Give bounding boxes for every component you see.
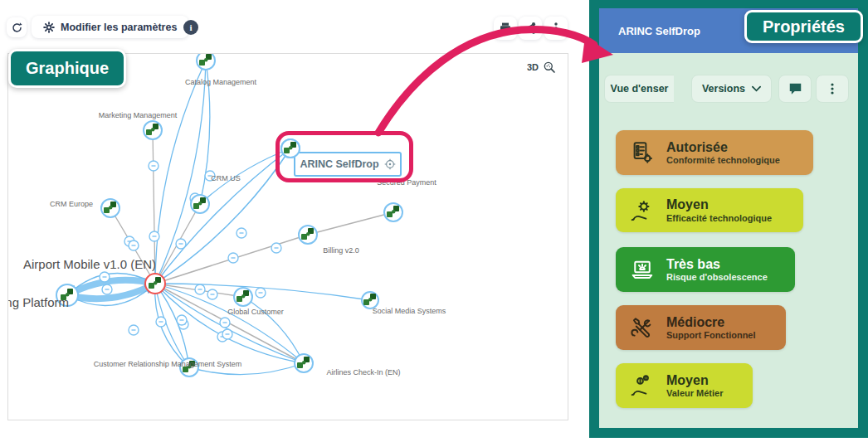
tools-icon: [630, 315, 655, 340]
panel-body: Vue d'enser Versions: [599, 53, 858, 428]
edge-minus-badge[interactable]: [149, 231, 159, 241]
card-text: Moyen Efficacité technologique: [666, 197, 772, 222]
card-title: Moyen: [666, 197, 772, 212]
graph-edge: [155, 148, 290, 284]
card-subtitle: Risque d'obsolescence: [666, 272, 768, 282]
graph-edge: [155, 61, 206, 284]
graph-edge: [189, 363, 304, 375]
graph-node-platform[interactable]: [56, 284, 78, 306]
modify-parameters-button[interactable]: Modifier les paramètres: [32, 16, 188, 38]
modify-parameters-label: Modifier les paramètres: [61, 22, 177, 33]
graph-svg: [8, 54, 568, 420]
card-subtitle: Valeur Métier: [666, 388, 723, 398]
edge-minus-badge[interactable]: [228, 253, 238, 263]
graph-edge: [308, 212, 393, 235]
chevron-down-icon: [752, 85, 761, 92]
edge-minus-badge[interactable]: [205, 171, 215, 181]
status-card-support[interactable]: Médiocre Support Fonctionnel: [616, 305, 786, 350]
hand-gear-icon: [630, 198, 655, 223]
edge-minus-badge[interactable]: [156, 317, 166, 327]
card-text: Très bas Risque d'obsolescence: [666, 257, 768, 282]
selected-node-label-box[interactable]: ARINC SelfDrop: [294, 152, 402, 177]
proprietes-annotation-badge: Propriétés: [744, 10, 863, 43]
graph-node-hub[interactable]: [145, 274, 165, 294]
graph-node-airlines[interactable]: [295, 354, 313, 372]
graph-node-marketing[interactable]: [144, 121, 162, 139]
edge-minus-badge[interactable]: [237, 228, 246, 238]
tab-versions-label: Versions: [702, 83, 745, 95]
clipboard-gear-icon: [630, 140, 655, 165]
graph-node-secured[interactable]: [384, 203, 402, 221]
graph-node-catalog[interactable]: [197, 54, 215, 70]
card-subtitle: Efficacité technologique: [666, 213, 772, 223]
graph-edge: [153, 130, 155, 284]
card-title: Très bas: [666, 257, 768, 272]
info-icon[interactable]: i: [183, 20, 198, 35]
graph-node-crmeurope[interactable]: [101, 199, 119, 217]
graph-node-billing[interactable]: [299, 226, 317, 244]
tab-versions-dropdown[interactable]: Versions: [691, 75, 772, 103]
edge-minus-badge[interactable]: [177, 315, 187, 325]
edge-minus-badge[interactable]: [256, 288, 266, 298]
mode-3d-label[interactable]: 3D: [527, 62, 539, 72]
edge-minus-badge[interactable]: [149, 161, 158, 171]
status-card-valeur[interactable]: Moyen Valeur Métier: [616, 363, 753, 408]
graphique-annotation-badge: Graphique: [8, 49, 126, 88]
edge-minus-badge[interactable]: [100, 272, 110, 282]
share-button[interactable]: [519, 17, 542, 40]
card-text: Autorisée Conformité technologique: [666, 140, 780, 165]
card-title: Médiocre: [666, 315, 756, 330]
kebab-icon: [550, 22, 562, 35]
edge-minus-badge[interactable]: [207, 289, 217, 299]
hand-coins-icon: [630, 373, 655, 398]
edge-minus-badge[interactable]: [220, 318, 230, 328]
card-subtitle: Support Fonctionnel: [666, 330, 756, 340]
card-title: Autorisée: [666, 140, 780, 155]
card-text: Médiocre Support Fonctionnel: [666, 315, 756, 340]
status-card-conformite[interactable]: Autorisée Conformité technologique: [616, 130, 813, 175]
selected-node-label: ARINC SelfDrop: [300, 158, 378, 170]
properties-panel: ARINC SelfDrop Propriétés Vue d'enser Ve…: [589, 0, 868, 438]
graph-edge: [155, 148, 290, 284]
graph-node-crmus[interactable]: [191, 195, 209, 213]
zoom-icon[interactable]: [543, 61, 556, 74]
edge-minus-badge[interactable]: [102, 284, 112, 294]
edge-minus-badge[interactable]: [129, 240, 139, 250]
card-subtitle: Conformité technologique: [666, 155, 780, 165]
refresh-icon: [11, 22, 23, 34]
refresh-button[interactable]: [7, 17, 27, 37]
comment-button[interactable]: [778, 75, 812, 103]
edge-minus-badge[interactable]: [129, 325, 139, 335]
laptop-alert-icon: [630, 257, 655, 282]
edge-minus-badge[interactable]: [195, 284, 205, 294]
tab-overview[interactable]: Vue d'enser: [604, 75, 674, 103]
graph-node-crms[interactable]: [180, 358, 198, 376]
kebab-menu-button[interactable]: [544, 17, 568, 40]
graph-canvas[interactable]: Catalog ManagementMarketing ManagementCR…: [7, 53, 568, 420]
tab-overview-label: Vue d'enser: [611, 83, 669, 95]
edge-minus-badge[interactable]: [222, 329, 232, 339]
panel-title: ARINC SelfDrop: [618, 25, 700, 37]
graph-edge: [155, 61, 206, 284]
panel-kebab-button[interactable]: [816, 75, 849, 103]
edge-minus-badge[interactable]: [176, 239, 186, 249]
kebab-icon: [827, 82, 838, 95]
status-card-obsolescence[interactable]: Très bas Risque d'obsolescence: [616, 247, 795, 292]
card-text: Moyen Valeur Métier: [666, 373, 723, 398]
share-icon: [524, 22, 537, 35]
print-button[interactable]: [494, 17, 517, 40]
edge-minus-badge[interactable]: [271, 243, 281, 253]
print-icon: [499, 22, 512, 35]
graph-edge: [243, 297, 304, 363]
gear-icon: [43, 22, 55, 33]
status-card-efficacite[interactable]: Moyen Efficacité technologique: [616, 188, 803, 232]
comment-icon: [788, 82, 802, 95]
graph-node-social[interactable]: [362, 292, 378, 308]
card-title: Moyen: [666, 373, 723, 388]
target-icon[interactable]: [384, 158, 396, 170]
graph-node-global[interactable]: [234, 288, 252, 306]
